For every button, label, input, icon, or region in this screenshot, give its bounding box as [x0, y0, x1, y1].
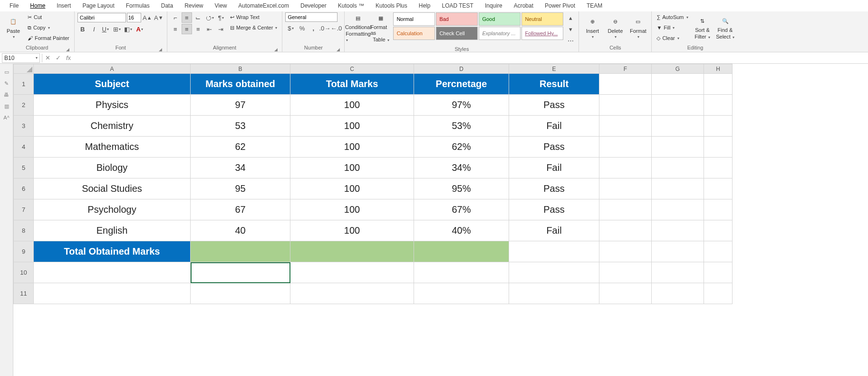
- gallery-up-button[interactable]: ▴: [565, 12, 576, 23]
- tab-acrobat[interactable]: Acrobat: [508, 0, 539, 11]
- cell-E9[interactable]: [509, 241, 599, 262]
- wrap-text-button[interactable]: ↩Wrap Text: [228, 12, 280, 22]
- cell-B4[interactable]: 62: [191, 137, 290, 158]
- percent-button[interactable]: %: [297, 23, 307, 33]
- cell-C8[interactable]: 100: [290, 220, 414, 241]
- align-middle-button[interactable]: ≡: [182, 12, 192, 23]
- cell-D4[interactable]: 62%: [414, 137, 509, 158]
- tab-kutools-[interactable]: Kutools ™: [332, 0, 370, 11]
- tab-file[interactable]: File: [4, 0, 24, 11]
- fill-color-button[interactable]: ◧▾: [123, 24, 134, 34]
- align-left-button[interactable]: ≡: [170, 24, 181, 34]
- col-header-F[interactable]: F: [599, 64, 652, 74]
- copy-button[interactable]: ⧉Copy▾: [26, 23, 71, 32]
- format-painter-button[interactable]: 🖌Format Painter: [26, 33, 71, 43]
- cell-A3[interactable]: Chemistry: [34, 116, 191, 137]
- conditional-formatting-button[interactable]: ▤ Conditional Formatting ▾: [347, 12, 368, 43]
- tab-inquire[interactable]: Inquire: [479, 0, 508, 11]
- gallery-down-button[interactable]: ▾: [565, 24, 576, 34]
- cell-C7[interactable]: 100: [290, 199, 414, 220]
- row-header-11[interactable]: 11: [14, 283, 34, 304]
- underline-button[interactable]: U▾: [100, 24, 111, 34]
- cell-D10[interactable]: [414, 262, 509, 283]
- col-header-D[interactable]: D: [414, 64, 509, 74]
- delete-cells-button[interactable]: ⊖Delete▾: [605, 12, 626, 43]
- gutter-icon[interactable]: 🖶: [3, 91, 10, 98]
- cell-A6[interactable]: Social Studies: [34, 178, 191, 199]
- cell-E4[interactable]: Pass: [509, 137, 599, 158]
- gutter-icon[interactable]: ▥: [3, 103, 10, 109]
- cell-D11[interactable]: [414, 283, 509, 304]
- cell-D2[interactable]: 97%: [414, 95, 509, 116]
- cell-C6[interactable]: 100: [290, 178, 414, 199]
- tab-power-pivot[interactable]: Power Pivot: [539, 0, 581, 11]
- font-size-input[interactable]: [127, 13, 141, 22]
- row-header-4[interactable]: 4: [14, 137, 34, 158]
- cell-C4[interactable]: 100: [290, 137, 414, 158]
- cell-D6[interactable]: 95%: [414, 178, 509, 199]
- tab-automateexcel-com[interactable]: AutomateExcel.com: [232, 0, 295, 11]
- cell-D3[interactable]: 53%: [414, 116, 509, 137]
- cell-B6[interactable]: 95: [191, 178, 290, 199]
- cell-A11[interactable]: [34, 283, 191, 304]
- align-right-button[interactable]: ≡: [193, 24, 203, 34]
- cell-A9[interactable]: Total Obtained Marks: [34, 241, 191, 262]
- cell-C11[interactable]: [290, 283, 414, 304]
- paste-button[interactable]: 📋 Paste ▾: [3, 12, 24, 43]
- cell-B2[interactable]: 97: [191, 95, 290, 116]
- cell-styles-gallery[interactable]: NormalBadGoodNeutralCalculationCheck Cel…: [393, 12, 563, 40]
- cell-C9[interactable]: [290, 241, 414, 262]
- row-header-6[interactable]: 6: [14, 178, 34, 199]
- row-header-7[interactable]: 7: [14, 199, 34, 220]
- style-chip-calculation[interactable]: Calculation: [393, 27, 435, 40]
- number-format-input[interactable]: [285, 12, 338, 22]
- cell-B8[interactable]: 40: [191, 220, 290, 241]
- style-chip-good[interactable]: Good: [479, 12, 521, 26]
- cell-E11[interactable]: [509, 283, 599, 304]
- cut-button[interactable]: ✂Cut: [26, 12, 71, 22]
- dialog-launcher-icon[interactable]: ◢: [66, 46, 70, 51]
- col-header-B[interactable]: B: [191, 64, 290, 74]
- cell-B11[interactable]: [191, 283, 290, 304]
- cell-E5[interactable]: Fail: [509, 158, 599, 178]
- col-header-A[interactable]: A: [34, 64, 191, 74]
- format-as-table-button[interactable]: ▦ Format as Table ▾: [370, 12, 391, 43]
- comma-button[interactable]: ,: [308, 23, 318, 33]
- tab-data[interactable]: Data: [155, 0, 179, 11]
- tab-page-layout[interactable]: Page Layout: [77, 0, 120, 11]
- cell-B7[interactable]: 67: [191, 199, 290, 220]
- fx-button[interactable]: fx: [63, 54, 74, 61]
- row-header-10[interactable]: 10: [14, 262, 34, 283]
- tab-view[interactable]: View: [209, 0, 233, 11]
- col-header-C[interactable]: C: [290, 64, 414, 74]
- cell-E8[interactable]: Fail: [509, 220, 599, 241]
- cell-A7[interactable]: Psychology: [34, 199, 191, 220]
- style-chip-check-cell[interactable]: Check Cell: [436, 27, 478, 40]
- tab-help[interactable]: Help: [413, 0, 436, 11]
- tab-review[interactable]: Review: [179, 0, 209, 11]
- cell-C2[interactable]: 100: [290, 95, 414, 116]
- tab-kutools-plus[interactable]: Kutools Plus: [370, 0, 413, 11]
- font-name-input[interactable]: [77, 13, 126, 22]
- cell-E7[interactable]: Pass: [509, 199, 599, 220]
- row-header-8[interactable]: 8: [14, 220, 34, 241]
- cell-B9[interactable]: [191, 241, 290, 262]
- sort-filter-button[interactable]: ⇅Sort &Filter ▾: [692, 12, 713, 43]
- border-button[interactable]: ⊞▾: [112, 24, 122, 34]
- insert-cells-button[interactable]: ⊕Insert▾: [582, 12, 603, 43]
- style-chip-normal[interactable]: Normal: [393, 12, 435, 26]
- col-header-H[interactable]: H: [704, 64, 733, 74]
- name-box[interactable]: B10▾: [2, 53, 40, 63]
- dialog-launcher-icon[interactable]: ◢: [158, 46, 163, 51]
- col-header-G[interactable]: G: [652, 64, 704, 74]
- cell-A5[interactable]: Biology: [34, 158, 191, 178]
- gutter-icon[interactable]: ▭: [3, 69, 10, 75]
- gutter-icon[interactable]: ✎: [3, 80, 10, 87]
- bold-button[interactable]: B: [77, 24, 88, 34]
- tab-developer[interactable]: Developer: [295, 0, 332, 11]
- cell-B5[interactable]: 34: [191, 158, 290, 178]
- increase-decimal-button[interactable]: .0→: [319, 23, 330, 33]
- cell-C5[interactable]: 100: [290, 158, 414, 178]
- row-header-3[interactable]: 3: [14, 116, 34, 137]
- cell-D7[interactable]: 67%: [414, 199, 509, 220]
